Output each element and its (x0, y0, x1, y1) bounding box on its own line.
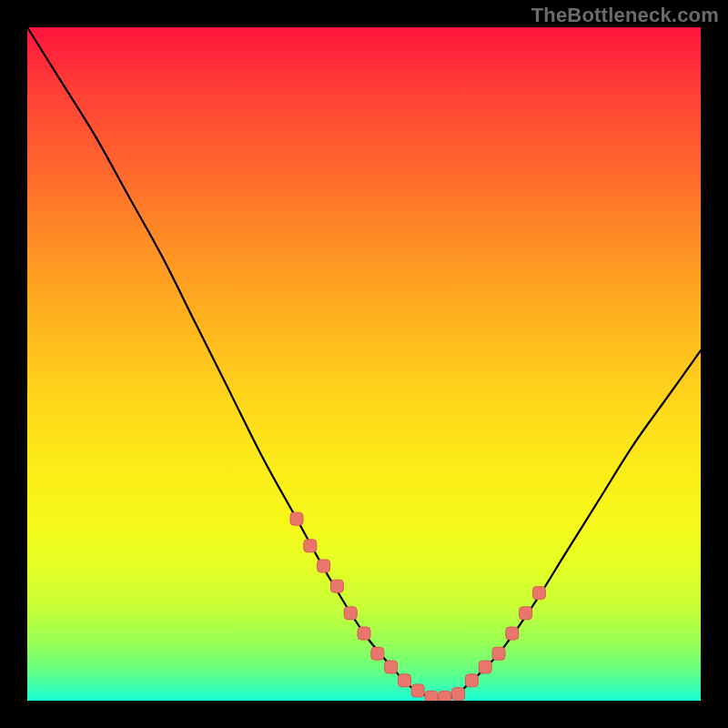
marker-point (465, 674, 478, 687)
bottleneck-curve (27, 27, 701, 699)
marker-point (492, 647, 505, 660)
marker-point (506, 627, 519, 640)
marker-point (330, 580, 343, 592)
highlighted-markers (290, 512, 545, 701)
marker-point (479, 661, 491, 673)
chart-plot-area (27, 27, 701, 701)
marker-point (398, 674, 410, 687)
marker-point (425, 691, 438, 701)
marker-point (304, 540, 317, 552)
chart-svg (27, 27, 701, 701)
marker-point (411, 684, 424, 697)
marker-point (358, 627, 370, 640)
marker-point (385, 661, 398, 673)
marker-point (371, 647, 384, 660)
marker-point (439, 691, 451, 701)
watermark-text: TheBottleneck.com (531, 4, 719, 27)
marker-point (452, 688, 465, 701)
marker-point (318, 560, 330, 572)
marker-point (532, 587, 545, 600)
marker-point (520, 607, 532, 620)
marker-point (344, 607, 357, 620)
marker-point (290, 512, 303, 525)
